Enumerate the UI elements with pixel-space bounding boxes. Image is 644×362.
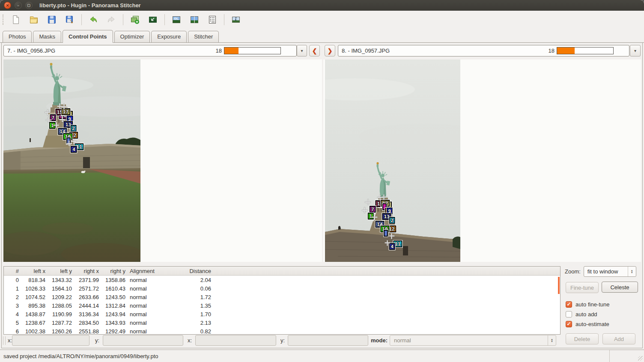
cp-options: auto fine-tune auto add auto-estimate [566,300,610,329]
delete-button[interactable]: Delete [566,333,599,344]
panorama-editor-icon[interactable] [228,12,244,27]
tab-masks[interactable]: Masks [33,31,61,42]
chevron-down-icon: ▾ [634,48,636,53]
table-row[interactable]: 51238.67 1287.722834.50 1343.93normal 2.… [4,318,560,327]
table-row[interactable]: 41438.87 1190.993136.34 1243.94normal 1.… [4,310,560,318]
checkbox-row[interactable]: auto fine-tune [566,300,610,309]
toolbar-grip[interactable] [3,15,5,25]
right-image-dropdown-button[interactable]: ▾ [630,45,641,56]
tab-stitcher[interactable]: Stitcher [188,31,219,42]
zoom-select[interactable]: fit to window ▲▼ [584,266,636,277]
col-left-y[interactable]: left y [48,268,74,274]
col-right-y[interactable]: right y [101,268,128,274]
save-project-icon[interactable] [44,12,60,27]
chevron-left-icon: ❮ [312,47,317,54]
toolbar-separator [224,14,224,25]
tab-exposure[interactable]: Exposure [151,31,187,42]
col-left-x[interactable]: left x [21,268,48,274]
left-image-dropdown-button[interactable]: ▾ [297,45,307,56]
crosshair-icon [60,117,65,122]
table-row[interactable]: 61002.38 1260.262551.88 1292.49normal 0.… [4,327,560,335]
crosshair-icon [389,233,394,239]
pane-grip[interactable] [3,336,6,345]
y2-input[interactable] [288,335,368,346]
crosshair-icon [71,139,77,144]
maximize-button[interactable]: ▢ [25,2,33,9]
right-crosshairs [325,59,460,262]
checkbox-label: auto add [575,311,597,317]
prev-image-pair-button[interactable]: ❮ [309,45,320,56]
resize-grip[interactable] [638,356,643,361]
crosshair-icon [54,122,59,128]
window-title: liberty.pto - Hugin - Panorama Stitcher [39,2,141,9]
spinner-arrows-icon[interactable]: ▲▼ [628,267,636,276]
table-row[interactable]: 21074.52 1209.222633.66 1243.50normal 1.… [4,293,560,301]
left-image-canvas[interactable]: 16 15 17 7 9 1 13 2 [3,59,322,262]
preview-panorama-icon[interactable] [187,12,202,27]
table-scrollbar[interactable] [558,277,560,294]
gl-preview-icon[interactable]: GL [169,12,184,27]
y2-label: y: [280,337,285,344]
new-project-icon[interactable] [8,12,24,27]
undo-icon[interactable] [86,12,101,27]
checkbox-row[interactable]: auto-estimate [566,319,610,329]
add-time-series-icon[interactable] [145,12,161,27]
mode-label: mode: [371,337,388,344]
col-index[interactable]: # [4,268,21,274]
hugin-window: ✕ – ▢ liberty.pto - Hugin - Panorama Sti… [0,0,644,362]
title-bar[interactable]: ✕ – ▢ liberty.pto - Hugin - Panorama Sti… [0,0,644,11]
add-button[interactable]: Add [602,333,635,344]
redo-icon[interactable] [104,12,119,27]
spinner-arrows-icon[interactable]: ▲▼ [548,335,556,345]
status-message: saved project /media/ALTRO/NY/mie/panora… [3,353,158,359]
celeste-button[interactable]: Celeste [602,282,638,293]
coordinate-bar: x: y: x: y: mode: normal ▲▼ [2,335,563,346]
right-cp-count: 18 [549,47,555,54]
tab-optimizer[interactable]: Optimizer [114,31,150,42]
mode-select[interactable]: normal ▲▼ [390,335,556,346]
table-row[interactable]: 0818.34 1343.322371.99 1358.86normal 2.0… [4,276,560,284]
next-image-pair-button[interactable]: ❯ [325,45,335,56]
crosshair-icon [45,110,51,115]
cp-side-panel: Zoom: fit to window ▲▼ Fine-tune Celeste… [564,266,643,348]
status-aux-cell [610,350,644,362]
open-project-icon[interactable] [26,12,42,27]
checkbox[interactable] [566,311,572,317]
left-photo[interactable]: 16 15 17 7 9 1 13 2 [3,59,140,262]
checkbox[interactable] [566,321,572,327]
right-photo[interactable]: 16 15 17 7 9 1 [325,59,460,262]
col-right-x[interactable]: right x [74,268,101,274]
close-button[interactable]: ✕ [4,2,11,9]
y1-input[interactable] [103,335,183,346]
zoom-value: fit to window [587,268,618,275]
checkbox[interactable] [566,301,572,308]
x1-input[interactable] [12,335,89,346]
mode-value: normal [394,337,411,344]
x2-input[interactable] [195,335,276,346]
crosshair-icon [61,104,67,110]
control-point-table[interactable]: # left x left y right x right y Alignmen… [3,266,561,335]
crosshair-icon [372,214,377,220]
tab-control-points[interactable]: Control Points [63,30,113,43]
col-alignment[interactable]: Alignment [128,268,186,274]
checkbox-label: auto-estimate [575,321,609,327]
table-body: 0818.34 1343.322371.99 1358.86normal 2.0… [4,276,560,335]
crosshair-icon [46,117,51,123]
add-image-icon[interactable] [127,12,143,27]
toolbar-separator [81,14,82,25]
table-row[interactable]: 3895.38 1288.052444.14 1312.84normal 1.3… [4,301,560,310]
left-image-select[interactable]: 7. - IMG_0956.JPG 18 [3,45,297,56]
checkbox-label: auto fine-tune [575,301,610,308]
tab-photos[interactable]: Photos [3,31,32,42]
minimize-button[interactable]: – [15,2,22,9]
table-header[interactable]: # left x left y right x right y Alignmen… [4,267,560,276]
fine-tune-button[interactable]: Fine-tune [566,282,599,293]
save-as-icon[interactable] [62,12,78,27]
checkbox-row[interactable]: auto add [566,309,610,319]
control-point-list-icon[interactable] [205,12,220,27]
crosshair-icon [362,208,367,213]
right-image-select[interactable]: 8. - IMG_0957.JPG 18 [338,45,629,56]
right-image-canvas[interactable]: 16 15 17 7 9 1 [323,59,641,262]
col-distance[interactable]: Distance [186,268,213,274]
table-row[interactable]: 11026.33 1564.102571.72 1610.43normal 0.… [4,284,560,293]
